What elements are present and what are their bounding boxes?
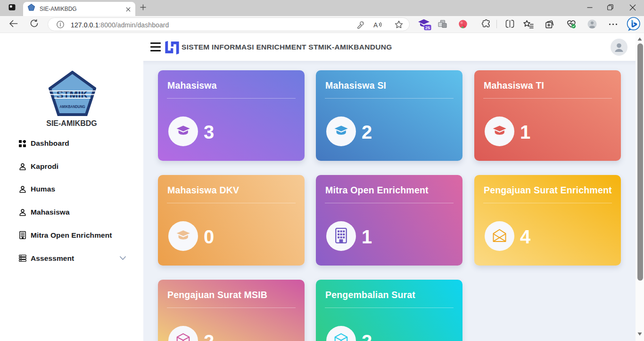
svg-text:AMIKBANDUNG: AMIKBANDUNG (60, 104, 85, 109)
svg-text:A: A (373, 21, 378, 29)
svg-text:25: 25 (425, 25, 430, 30)
